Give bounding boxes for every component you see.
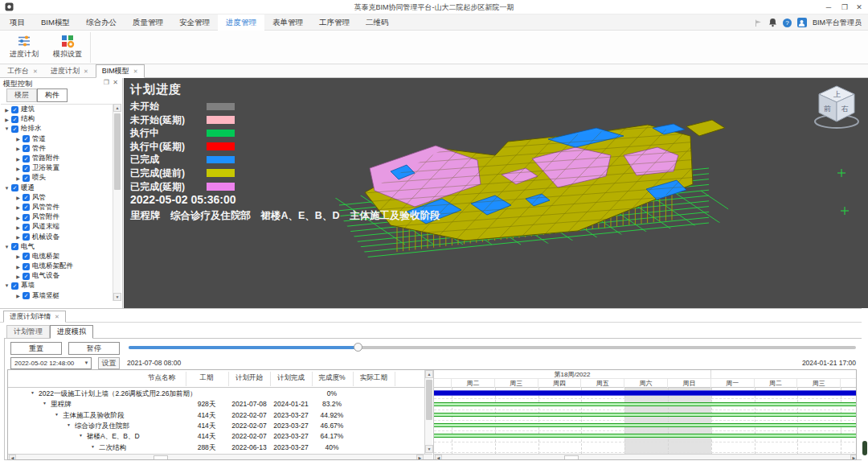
gantt-bar-green[interactable]	[434, 402, 857, 406]
scroll-down-icon[interactable]: ▼	[425, 445, 433, 453]
row-collapse-icon[interactable]: ▼	[91, 444, 95, 449]
expand-arrow-icon[interactable]: ▶	[14, 146, 22, 151]
scrollbar-thumb[interactable]	[114, 113, 121, 190]
menu-item-BIM模型[interactable]: BIM模型	[33, 14, 78, 31]
menu-item-二维码[interactable]: 二维码	[358, 14, 397, 31]
scroll-right-icon[interactable]: ▶	[416, 455, 424, 460]
column-header-完成度%[interactable]: 完成度%	[308, 373, 356, 383]
expand-arrow-icon[interactable]: ▶	[14, 166, 22, 171]
collapse-arrow-icon[interactable]: ▼	[3, 283, 10, 288]
expand-arrow-icon[interactable]: ▶	[14, 264, 22, 270]
table-hscrollbar[interactable]: ◀ ▶	[8, 454, 432, 460]
checkbox-checked[interactable]: ✓	[11, 106, 18, 113]
expand-arrow-icon[interactable]: ▶	[3, 117, 10, 122]
expand-arrow-icon[interactable]: ▶	[14, 195, 22, 200]
expand-arrow-icon[interactable]: ▶	[14, 215, 22, 220]
table-row[interactable]: ▼二次结构288天2022-06-132023-03-2740%	[8, 442, 424, 452]
tab-工作台[interactable]: 工作台✕	[2, 64, 43, 77]
scroll-down-icon[interactable]: ▼	[113, 293, 121, 301]
tree-item-喷头[interactable]: ▶✓喷头	[1, 173, 113, 183]
expand-arrow-icon[interactable]: ▶	[14, 204, 22, 210]
table-row[interactable]: ▼主体施工及验收阶段414天2022-02-072023-03-2744.92%	[8, 410, 424, 420]
close-icon[interactable]: ✕	[84, 65, 88, 77]
expand-arrow-icon[interactable]: ▶	[14, 274, 22, 279]
viewport-3d[interactable]: 计划进度 未开始未开始(延期)执行中执行中(延期)已完成已完成(提前)已完成(延…	[124, 78, 868, 308]
menu-item-项目[interactable]: 项目	[2, 14, 33, 31]
scroll-up-icon[interactable]: ▲	[113, 104, 121, 112]
tree-item-暖通[interactable]: ▼✓暖通	[1, 183, 113, 193]
tree-item-机械设备[interactable]: ▶✓机械设备	[1, 232, 113, 241]
timeline-slider[interactable]	[129, 346, 856, 349]
subtab-进度模拟[interactable]: 进度模拟	[50, 325, 93, 339]
row-collapse-icon[interactable]: ▼	[67, 422, 71, 427]
checkbox-checked[interactable]: ✓	[23, 224, 30, 231]
row-collapse-icon[interactable]: ▼	[55, 412, 59, 417]
tree-item-风道末端[interactable]: ▶✓风道末端	[1, 222, 113, 232]
menu-item-工序管理[interactable]: 工序管理	[311, 14, 358, 31]
column-header-计划开始[interactable]: 计划开始	[225, 373, 273, 383]
tree-item-卫浴装置[interactable]: ▶✓卫浴装置	[1, 163, 113, 173]
tree-item-电气设备[interactable]: ▶✓电气设备	[1, 271, 113, 281]
expand-arrow-icon[interactable]: ▶	[14, 293, 22, 298]
maximize-button[interactable]: ❐	[837, 0, 852, 14]
checkbox-checked[interactable]: ✓	[23, 194, 30, 201]
checkbox-checked[interactable]: ✓	[23, 233, 30, 241]
checkbox-checked[interactable]: ✓	[23, 263, 30, 270]
gantt-bar-green[interactable]	[434, 423, 857, 427]
close-icon[interactable]: ✕	[55, 314, 59, 320]
bell-icon[interactable]	[768, 18, 777, 27]
window-right-scrollbar[interactable]	[862, 308, 868, 461]
row-collapse-icon[interactable]: ▼	[31, 390, 35, 395]
panel-restore-icon[interactable]: ❐	[104, 79, 109, 86]
checkbox-checked[interactable]: ✓	[23, 175, 30, 182]
checkbox-checked[interactable]: ✓	[23, 145, 30, 152]
column-header-实际工期[interactable]: 实际工期	[350, 373, 398, 383]
close-button[interactable]: ✕	[852, 0, 866, 14]
datetime-select[interactable]: 2022-05-02 12:48:00 ▼	[10, 357, 92, 369]
checkbox-checked[interactable]: ✓	[23, 253, 30, 260]
minimize-button[interactable]: ─	[821, 0, 836, 14]
checkbox-checked[interactable]: ✓	[23, 214, 30, 221]
slider-thumb[interactable]	[354, 343, 362, 352]
scroll-left-icon[interactable]: ◀	[435, 455, 442, 460]
model-tab-构件[interactable]: 构件	[37, 88, 68, 102]
model-tab-楼层[interactable]: 楼层	[6, 88, 37, 102]
menu-item-综合办公[interactable]: 综合办公	[78, 14, 125, 31]
pause-button[interactable]: 暂停	[68, 342, 120, 355]
expand-arrow-icon[interactable]: ▶	[14, 253, 22, 259]
scrollbar-thumb[interactable]	[862, 441, 867, 455]
tab-进度计划[interactable]: 进度计划✕	[45, 64, 94, 77]
tree-item-风管附件[interactable]: ▶✓风管附件	[1, 212, 113, 222]
gantt-bar-green[interactable]	[434, 434, 857, 438]
scroll-up-icon[interactable]: ▲	[425, 370, 433, 378]
settings-button[interactable]: 设置	[98, 357, 120, 369]
close-icon[interactable]: ✕	[133, 65, 138, 77]
row-collapse-icon[interactable]: ▼	[43, 401, 47, 405]
menu-item-质量管理[interactable]: 质量管理	[125, 14, 171, 31]
reset-button[interactable]: 重置	[10, 342, 62, 355]
expand-arrow-icon[interactable]: ▶	[14, 224, 22, 230]
avatar[interactable]	[797, 18, 807, 27]
menu-item-进度管理[interactable]: 进度管理	[218, 14, 264, 31]
viewcube-front-label[interactable]: 前	[824, 105, 831, 113]
help-icon[interactable]: ?	[783, 19, 792, 27]
ribbon-button-进度计划[interactable]: 进度计划	[3, 32, 45, 63]
tree-item-风管管件[interactable]: ▶✓风管管件	[1, 203, 113, 212]
tree-item-管道[interactable]: ▶✓管道	[1, 134, 113, 144]
row-collapse-icon[interactable]: ▼	[79, 433, 83, 438]
checkbox-checked[interactable]: ✓	[11, 243, 18, 250]
checkbox-checked[interactable]: ✓	[23, 292, 30, 299]
collapse-arrow-icon[interactable]: ▼	[3, 186, 10, 191]
tree-item-幕墙竖梃[interactable]: ▶✓幕墙竖梃	[1, 291, 113, 301]
tree-item-幕墙[interactable]: ▼✓幕墙	[1, 281, 113, 290]
tree-item-管件[interactable]: ▶✓管件	[1, 144, 113, 154]
tree-item-给排水[interactable]: ▼✓给排水	[1, 124, 113, 134]
tab-BIM模型[interactable]: BIM模型✕	[96, 64, 145, 78]
expand-arrow-icon[interactable]: ▶	[14, 234, 22, 240]
checkbox-checked[interactable]: ✓	[23, 155, 30, 163]
panel-close-icon[interactable]: ✕	[113, 79, 118, 86]
tree-item-建筑[interactable]: ▶✓建筑	[1, 105, 113, 114]
chevron-down-icon[interactable]: ▼	[82, 358, 91, 368]
expand-arrow-icon[interactable]: ▶	[3, 107, 10, 113]
collapse-arrow-icon[interactable]: ▼	[3, 245, 10, 249]
